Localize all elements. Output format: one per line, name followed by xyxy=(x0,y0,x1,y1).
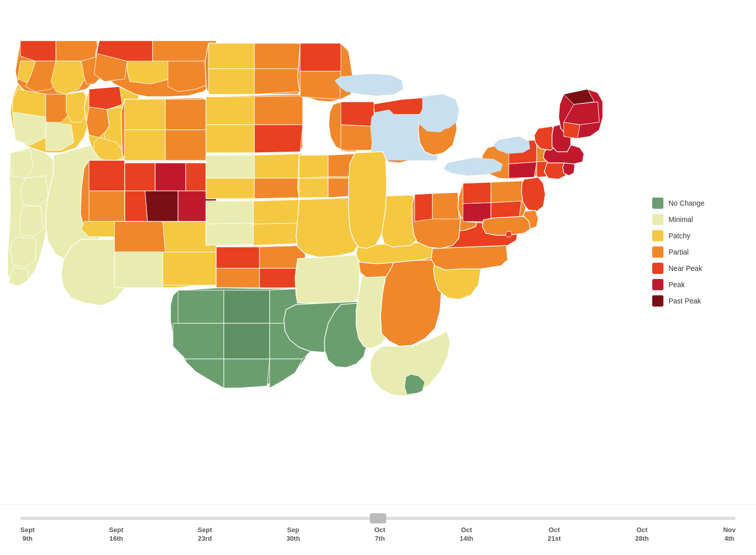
legend-item-peak: Peak xyxy=(652,279,738,290)
timeline-date-1: Sept16th xyxy=(109,526,123,543)
legend-swatch xyxy=(652,214,663,225)
legend-swatch xyxy=(652,230,663,241)
legend-item-patchy: Patchy xyxy=(652,230,738,241)
timeline-date-2: Sept23rd xyxy=(198,526,212,543)
us-map xyxy=(5,10,641,428)
map-wrapper xyxy=(5,10,641,428)
legend-item-partial: Partial xyxy=(652,246,738,258)
legend-item-near-peak: Near Peak xyxy=(652,263,738,274)
legend-item-past-peak: Past Peak xyxy=(652,295,738,307)
timeline-date-6: Oct21st xyxy=(547,526,561,543)
legend-swatch xyxy=(652,279,663,290)
timeline-date-3: Sep30th xyxy=(286,526,300,543)
legend-label: Patchy xyxy=(668,232,690,240)
legend-label: Peak xyxy=(668,281,685,289)
timeline-labels: Sept9thSept16thSept23rdSep30thOct7thOct1… xyxy=(20,526,736,543)
timeline-area: Sept9thSept16thSept23rdSep30thOct7thOct1… xyxy=(0,504,756,555)
legend: No ChangeMinimalPatchyPartialNear PeakPe… xyxy=(644,189,746,315)
map-area: No ChangeMinimalPatchyPartialNear PeakPe… xyxy=(0,0,756,504)
legend-item-no-change: No Change xyxy=(652,198,738,209)
timeline-date-8: Nov4th xyxy=(723,526,736,543)
legend-swatch xyxy=(652,263,663,274)
timeline-date-7: Oct28th xyxy=(635,526,649,543)
svg-point-2 xyxy=(506,231,512,237)
timeline-date-4: Oct7th xyxy=(374,526,386,543)
legend-swatch xyxy=(652,295,663,307)
timeline-date-0: Sept9th xyxy=(20,526,35,543)
legend-label: Near Peak xyxy=(668,264,702,272)
legend-swatch xyxy=(652,198,663,209)
main-container: No ChangeMinimalPatchyPartialNear PeakPe… xyxy=(0,0,756,555)
slider-track[interactable] xyxy=(20,517,736,520)
legend-label: No Change xyxy=(668,199,705,207)
timeline-date-5: Oct14th xyxy=(460,526,474,543)
slider-thumb[interactable] xyxy=(370,513,386,523)
legend-label: Partial xyxy=(668,248,689,256)
legend-item-minimal: Minimal xyxy=(652,214,738,225)
legend-swatch xyxy=(652,246,663,258)
legend-label: Past Peak xyxy=(668,297,701,305)
legend-label: Minimal xyxy=(668,215,693,224)
